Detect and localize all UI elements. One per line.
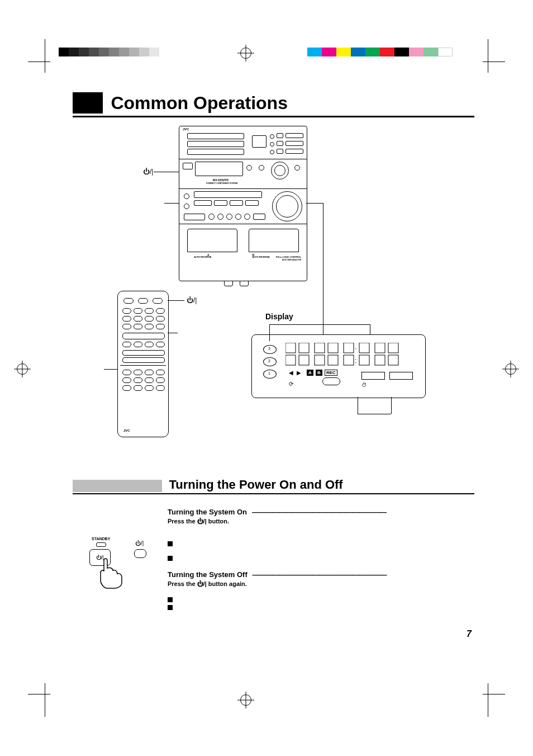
- callout-line: [323, 203, 323, 334]
- hand-pointer-icon: [98, 556, 132, 589]
- registration-mark-icon: [17, 363, 28, 375]
- svg-rect-7: [388, 343, 398, 353]
- callout-line: [168, 300, 184, 301]
- power-symbol-icon: ⏻/|: [187, 296, 197, 304]
- crop-mark: [477, 683, 488, 717]
- registration-mark-icon: [240, 48, 251, 59]
- bullet-icon: [168, 556, 173, 561]
- indicator-rec: REC: [325, 370, 337, 376]
- callout-line: [164, 203, 179, 204]
- page-number: 7: [467, 629, 472, 639]
- brand-label: JVC: [183, 127, 189, 131]
- crop-mark: [483, 694, 505, 694]
- svg-rect-14: [375, 355, 385, 365]
- crop-mark: [45, 683, 56, 717]
- subsection-title: Turning the Power On and Off: [169, 478, 342, 492]
- power-symbol-icon: ⏻/|: [135, 540, 144, 546]
- svg-rect-5: [359, 343, 369, 353]
- svg-rect-11: [328, 355, 338, 365]
- disc-1-icon: 1: [263, 370, 277, 379]
- indicator-b: B: [316, 370, 322, 376]
- callout-line: [358, 414, 391, 414]
- svg-text:·: ·: [355, 344, 356, 352]
- subsection: Turning the Power On and Off: [73, 478, 474, 494]
- power-symbol-icon: ⏻/|: [197, 518, 207, 525]
- svg-rect-9: [299, 355, 309, 365]
- seven-segment-icon: · :: [285, 343, 420, 366]
- registration-mark-icon: [505, 363, 516, 375]
- callout-line: [269, 324, 270, 341]
- svg-rect-0: [285, 343, 296, 353]
- tape-door-a-icon: [187, 229, 237, 252]
- callout-line: [269, 324, 370, 325]
- crop-mark: [477, 39, 488, 73]
- bullet-icon: [168, 597, 173, 602]
- color-calibration-bar: [307, 48, 453, 56]
- svg-rect-3: [328, 343, 338, 353]
- bullet-icon: [168, 541, 173, 546]
- press-button-illustration: STANDBY ⏻/| ⏻/|: [84, 537, 145, 593]
- callout-line: [370, 324, 370, 334]
- section-heading: Common Operations: [73, 92, 474, 117]
- standby-label: STANDBY: [92, 537, 110, 541]
- callout-line: [154, 172, 179, 172]
- turning-on-heading: Turning the System On ——————————————————…: [168, 508, 386, 516]
- display-heading: Display: [265, 312, 293, 321]
- standby-led-icon: [96, 542, 106, 547]
- svg-rect-1: [299, 343, 309, 353]
- disc-2-icon: 2: [263, 357, 277, 366]
- model-subtitle: COMPACT COMPONENT SYSTEM: [201, 182, 243, 185]
- subheading-marker-icon: [73, 480, 162, 492]
- svg-rect-13: [359, 355, 369, 365]
- grayscale-calibration-bar: [59, 48, 159, 56]
- callout-line: [358, 397, 358, 414]
- crop-mark: [28, 694, 50, 694]
- registration-mark-icon: [240, 694, 251, 706]
- callout-line: [104, 369, 117, 370]
- svg-text::: :: [355, 357, 356, 365]
- turning-off-heading: Turning the System Off —————————————————…: [168, 570, 387, 579]
- disc-3-icon: 3: [263, 345, 277, 354]
- crop-mark: [28, 62, 50, 62]
- heading-text: Common Operations: [111, 93, 287, 113]
- svg-rect-12: [344, 355, 354, 365]
- turning-on-instruction: Press the ⏻/| button.: [168, 518, 229, 525]
- model-label: MX-D352TR: [204, 178, 237, 182]
- remote-brand: JVC: [123, 429, 130, 432]
- tape-door-b-icon: [249, 229, 299, 252]
- remote-control-illustration: JVC: [117, 291, 169, 437]
- display-panel-illustration: 3 2 1 · : ◀ ▶ A B REC ⟳ ⏱: [251, 334, 426, 398]
- power-symbol-icon: ⏻/|: [143, 168, 153, 176]
- turning-off-instruction: Press the ⏻/| button again.: [168, 580, 247, 587]
- svg-rect-8: [285, 355, 296, 365]
- stereo-unit-illustration: JVC MX-D352TR COMPACT COMPONENT SYSTEM: [179, 126, 307, 281]
- svg-rect-6: [375, 343, 385, 353]
- callout-line: [306, 203, 323, 204]
- remote-power-button-icon: [134, 549, 146, 558]
- callout-line: [391, 397, 392, 414]
- crop-mark: [483, 62, 505, 62]
- volume-dial-icon: [272, 191, 302, 221]
- svg-rect-15: [388, 355, 398, 365]
- indicator-a: A: [307, 370, 313, 376]
- svg-rect-4: [344, 343, 354, 353]
- bullet-icon: [168, 605, 173, 610]
- power-symbol-icon: ⏻/|: [197, 580, 207, 587]
- callout-line: [168, 333, 178, 333]
- heading-marker-icon: [73, 92, 103, 114]
- svg-rect-2: [315, 343, 325, 353]
- svg-rect-10: [315, 355, 325, 365]
- crop-mark: [45, 39, 56, 73]
